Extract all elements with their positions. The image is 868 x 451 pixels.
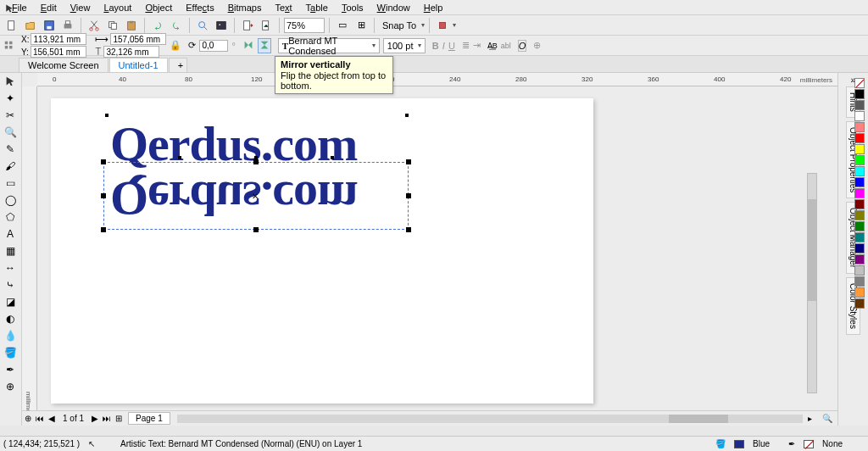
drop-shadow-tool[interactable]: ◪	[0, 293, 20, 310]
x-input[interactable]	[31, 33, 86, 45]
dot-handle[interactable]	[405, 114, 409, 117]
swatch[interactable]	[854, 188, 865, 198]
swatch[interactable]	[854, 287, 865, 298]
crop-tool[interactable]: ✂	[0, 107, 20, 124]
undo-button[interactable]	[149, 17, 166, 34]
print-button[interactable]	[59, 17, 76, 34]
outline-swatch[interactable]	[804, 440, 814, 448]
outline-tool[interactable]: ✒	[0, 361, 20, 378]
swatch[interactable]	[854, 276, 865, 287]
pick-tool-icon[interactable]	[0, 0, 19, 17]
v-scroll-thumb[interactable]	[808, 199, 816, 301]
font-size-combo[interactable]: 100 pt ▾	[383, 38, 426, 53]
swatch-none[interactable]	[854, 78, 865, 88]
dot-handle[interactable]	[105, 114, 108, 117]
y-input[interactable]	[31, 46, 86, 58]
image-button[interactable]	[213, 17, 230, 34]
dot-handle[interactable]	[254, 156, 258, 159]
page-tab[interactable]: Page 1	[128, 412, 170, 425]
text-tool[interactable]: A	[0, 226, 20, 242]
rectangle-tool[interactable]: ▭	[0, 175, 20, 192]
swatch[interactable]	[854, 199, 865, 209]
publish-button[interactable]	[258, 17, 275, 34]
ellipse-tool[interactable]: ◯	[0, 192, 20, 209]
swatch[interactable]	[854, 111, 865, 121]
handle-s[interactable]	[253, 227, 259, 232]
scroll-right-icon[interactable]: ▸	[803, 414, 817, 423]
pick-tool[interactable]	[0, 73, 20, 90]
menu-object[interactable]: Object	[138, 1, 179, 14]
lock-ratio-button[interactable]: 🔒	[170, 40, 181, 51]
fill-tool[interactable]: 🪣	[0, 344, 20, 361]
swatch[interactable]	[854, 100, 865, 110]
swatch[interactable]	[854, 210, 865, 220]
swatch[interactable]	[854, 243, 865, 253]
handle-ne[interactable]	[406, 159, 411, 164]
options-button[interactable]	[434, 17, 451, 34]
search-button[interactable]	[194, 17, 211, 34]
swatch[interactable]	[854, 298, 865, 309]
height-input[interactable]	[103, 46, 159, 58]
open-button[interactable]	[22, 17, 39, 34]
handle-se[interactable]	[406, 227, 411, 232]
polygon-tool[interactable]: ⬠	[0, 209, 20, 226]
swatch[interactable]	[854, 177, 865, 187]
shape-tool[interactable]: ✦	[0, 90, 20, 107]
handle-sw[interactable]	[101, 227, 106, 232]
swatch[interactable]	[854, 155, 865, 165]
tab-untitled[interactable]: Untitled-1	[109, 58, 168, 72]
menu-view[interactable]: View	[64, 1, 97, 14]
swatch[interactable]	[854, 144, 865, 154]
table-tool[interactable]: ▦	[0, 242, 20, 259]
transparency-tool[interactable]: ◐	[0, 310, 20, 327]
menu-effects[interactable]: Effects	[179, 1, 220, 14]
italic-button[interactable]: I	[442, 41, 445, 51]
text-ab-button[interactable]: A͟B	[487, 42, 498, 50]
text-abl-button[interactable]: abl	[501, 42, 511, 50]
italic-o-button[interactable]: O	[518, 40, 527, 52]
menu-table[interactable]: Table	[299, 1, 335, 14]
dimension-tool[interactable]: ↔	[0, 259, 20, 276]
handle-n[interactable]	[253, 159, 259, 164]
swatch[interactable]	[854, 133, 865, 143]
eyedropper-tool[interactable]: 💧	[0, 327, 20, 344]
page-prev[interactable]: ◀	[46, 414, 58, 423]
new-button[interactable]	[3, 17, 20, 34]
tab-welcome[interactable]: Welcome Screen	[19, 58, 108, 72]
vertical-scrollbar[interactable]	[807, 173, 817, 393]
underline-button[interactable]: U	[448, 41, 455, 51]
snap-toggle[interactable]: ⊞	[353, 17, 370, 34]
zoom-fit-icon[interactable]: 🔍	[817, 414, 837, 423]
menu-bitmaps[interactable]: Bitmaps	[221, 1, 269, 14]
menu-window[interactable]: Window	[370, 1, 417, 14]
bold-button[interactable]: B	[432, 41, 439, 51]
artistic-media-tool[interactable]: 🖌	[0, 158, 20, 175]
page-last[interactable]: ⏭	[101, 414, 113, 423]
swatch[interactable]	[854, 122, 865, 132]
swatch[interactable]	[854, 89, 865, 99]
swatch[interactable]	[854, 254, 865, 264]
zoom-tool[interactable]: 🔍	[0, 124, 20, 141]
freehand-tool[interactable]: ✎	[0, 141, 20, 158]
menu-layout[interactable]: Layout	[97, 1, 138, 14]
swatch[interactable]	[854, 232, 865, 242]
page-next[interactable]: ▶	[89, 414, 101, 423]
add-tool[interactable]: ⊕	[0, 378, 20, 395]
horizontal-scrollbar[interactable]	[177, 415, 803, 423]
indent-button[interactable]: ⇥	[473, 40, 481, 51]
tab-add[interactable]: +	[169, 58, 187, 72]
fullscreen-button[interactable]: ▭	[334, 17, 351, 34]
mirror-h-button[interactable]	[242, 39, 254, 53]
list-button[interactable]: ≣	[462, 40, 470, 51]
mirror-v-button[interactable]	[258, 38, 271, 53]
fill-swatch[interactable]	[734, 440, 744, 448]
snap-to-label[interactable]: Snap To	[379, 20, 420, 31]
cut-button[interactable]	[86, 17, 103, 34]
paste-button[interactable]	[123, 17, 140, 34]
page-first[interactable]: ⏮	[34, 414, 46, 423]
handle-nw[interactable]	[101, 159, 106, 164]
h-scroll-thumb[interactable]	[669, 415, 728, 423]
menu-edit[interactable]: Edit	[34, 1, 64, 14]
width-input[interactable]	[110, 33, 166, 45]
swatch[interactable]	[854, 166, 865, 176]
